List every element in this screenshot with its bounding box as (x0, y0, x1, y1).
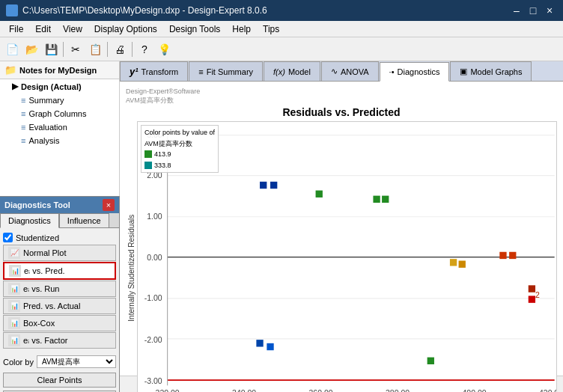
tab-diagnostics[interactable]: ·• Diagnostics (380, 62, 450, 82)
box-cox-label: Box-Cox (23, 319, 55, 328)
color-by-label: Color by (3, 358, 34, 367)
menu-edit[interactable]: Edit (29, 22, 57, 36)
tips-button[interactable]: 💡 (155, 40, 173, 58)
tab-fit-summary[interactable]: ≡ Fit Summary (189, 61, 263, 81)
diagnostics-tab-label: Diagnostics (398, 67, 440, 76)
chart-area: Design-Expert®Software AVM提高率分数 Residual… (120, 82, 563, 392)
transform-tab-icon: y¹ (130, 66, 139, 77)
box-cox-icon: 📊 (8, 317, 20, 329)
menu-help[interactable]: Help (226, 22, 257, 36)
open-button[interactable]: 📂 (22, 40, 40, 58)
print-button[interactable]: 🖨 (111, 40, 129, 58)
tab-model[interactable]: f(x) Model (264, 61, 320, 81)
legend-color-1 (144, 150, 152, 158)
tree-item-label: Analysis (28, 136, 59, 145)
point-label-2: 2 (535, 290, 540, 299)
summary-icon: ≡ (21, 96, 25, 105)
data-point (450, 260, 457, 266)
svg-text:320.00: 320.00 (156, 389, 180, 392)
tab-transform[interactable]: y¹ Transform (120, 61, 188, 81)
minimize-button[interactable]: – (509, 3, 524, 18)
data-point (256, 340, 263, 347)
svg-text:-3.00: -3.00 (144, 376, 162, 385)
copy-button[interactable]: 📋 (86, 40, 104, 58)
pred-vs-actual-button[interactable]: 📊 Pred. vs. Actual (3, 298, 116, 314)
diag-close-button[interactable]: × (103, 199, 115, 211)
tab-influence[interactable]: Influence (59, 213, 109, 227)
tree-header: 📁 Notes for MyDesign (0, 61, 119, 79)
y-axis-label: Internally Studentized Residuals (126, 121, 137, 392)
chart-plot[interactable]: Color points by value of AVM提高率分数 413.9 … (137, 121, 557, 392)
analysis-icon: ≡ (21, 136, 25, 145)
data-point (373, 196, 380, 203)
diag-title-bar: Diagnostics Tool × (0, 197, 119, 213)
toolbar: 📄 📂 💾 ✂ 📋 🖨 ? 💡 (0, 37, 563, 61)
model-tab-label: Model (288, 67, 311, 76)
ei-vs-factor-button[interactable]: 📊 eᵢ vs. Factor (3, 332, 116, 349)
svg-text:400.00: 400.00 (463, 389, 487, 392)
maximize-button[interactable]: □ (526, 3, 541, 18)
normal-plot-button[interactable]: 📈 Normal Plot (3, 245, 116, 261)
transform-tab-label: Transform (141, 67, 179, 76)
tree-item-evaluation[interactable]: ≡ Evaluation (0, 120, 119, 134)
ei-vs-pred-icon: 📊 (9, 265, 21, 277)
tab-diagnostics[interactable]: Diagnostics (0, 213, 59, 228)
toolbar-separator-2 (107, 42, 108, 57)
data-point (382, 196, 389, 203)
save-button[interactable]: 💾 (42, 40, 60, 58)
new-button[interactable]: 📄 (3, 40, 21, 58)
menu-display-options[interactable]: Display Options (88, 22, 163, 36)
clear-points-button[interactable]: Clear Points (3, 373, 116, 388)
data-point (316, 191, 323, 197)
tree-item-analysis[interactable]: ≡ Analysis (0, 134, 119, 147)
app-icon (6, 4, 18, 16)
menu-view[interactable]: View (57, 22, 88, 36)
menu-file[interactable]: File (3, 22, 29, 36)
fit-summary-tab-icon: ≡ (198, 67, 203, 76)
watermark-line2: AVM提高率分数 (126, 97, 557, 105)
legend-item-2: 333.8 (144, 160, 215, 171)
menu-tips[interactable]: Tips (257, 22, 285, 36)
toolbar-separator-3 (132, 42, 133, 57)
chart-inner: Internally Studentized Residuals Color p… (126, 121, 557, 392)
svg-text:1.00: 1.00 (147, 212, 162, 221)
data-point (459, 261, 466, 268)
ei-vs-pred-label: eᵢ vs. Pred. (24, 266, 65, 276)
pred-vs-actual-label: Pred. vs. Actual (23, 301, 80, 310)
evaluation-icon: ≡ (21, 123, 25, 132)
tree-item-label: Graph Columns (28, 109, 86, 118)
svg-text:-1.00: -1.00 (144, 294, 162, 303)
ei-vs-run-label: eᵢ vs. Run (23, 284, 59, 294)
studentized-checkbox[interactable] (3, 233, 13, 242)
svg-text:0.00: 0.00 (147, 254, 162, 263)
normal-plot-label: Normal Plot (23, 248, 66, 257)
close-button[interactable]: × (542, 3, 557, 18)
tree-item-design[interactable]: ▶ Design (Actual) (0, 79, 119, 94)
graph-columns-icon: ≡ (21, 109, 25, 118)
legend-item-1: 413.9 (144, 149, 215, 159)
tree-header-label: Notes for MyDesign (19, 66, 97, 75)
tree-item-graph-columns[interactable]: ≡ Graph Columns (0, 107, 119, 120)
toolbar-separator-1 (63, 42, 64, 57)
color-by-select[interactable]: AVM提高率 None (37, 355, 116, 368)
chart-with-axes: Color points by value of AVM提高率分数 413.9 … (137, 121, 557, 392)
ei-vs-pred-button[interactable]: 📊 eᵢ vs. Pred. (3, 262, 116, 280)
studentized-checkbox-row: Studentized (3, 231, 116, 244)
box-cox-button[interactable]: 📊 Box-Cox (3, 315, 116, 331)
menu-design-tools[interactable]: Design Tools (163, 22, 226, 36)
chart-watermark: Design-Expert®Software AVM提高率分数 (126, 88, 557, 105)
tab-anova[interactable]: ∿ ANOVA (321, 61, 379, 81)
help-button[interactable]: ? (136, 40, 153, 58)
cut-button[interactable]: ✂ (67, 40, 85, 58)
ei-vs-run-button[interactable]: 📊 eᵢ vs. Run (3, 281, 116, 297)
color-by-row: Color by AVM提高率 None (0, 352, 119, 371)
chart-legend: Color points by value of AVM提高率分数 413.9 … (141, 125, 219, 173)
window-title: C:\Users\TEMP\Desktop\MyDesign.dxp - Des… (22, 5, 509, 16)
studentized-label: Studentized (16, 233, 59, 242)
svg-text:360.00: 360.00 (309, 389, 333, 392)
tree-item-summary[interactable]: ≡ Summary (0, 94, 119, 107)
data-point (499, 252, 506, 259)
tab-model-graphs[interactable]: ▣ Model Graphs (450, 61, 532, 81)
model-graphs-tab-icon: ▣ (460, 67, 467, 76)
title-bar: C:\Users\TEMP\Desktop\MyDesign.dxp - Des… (0, 0, 563, 21)
